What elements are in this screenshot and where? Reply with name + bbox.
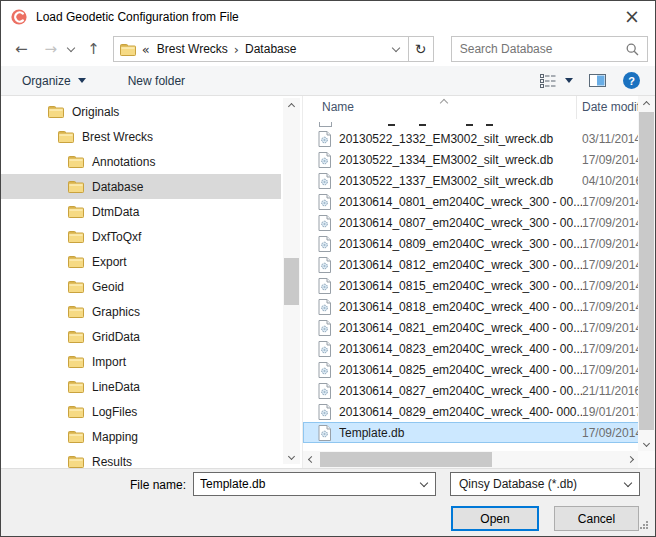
db-file-icon xyxy=(318,383,331,399)
tree-scroll-up-icon[interactable] xyxy=(283,98,300,114)
breadcrumb-overflow-icon[interactable]: « xyxy=(142,42,150,57)
folder-icon xyxy=(68,430,84,443)
tree-item-label: DtmData xyxy=(92,205,139,219)
open-button[interactable]: Open xyxy=(451,506,539,531)
tree-scrollbar[interactable] xyxy=(283,98,300,464)
tree-item-label: Mapping xyxy=(92,430,138,444)
file-name: 20130614_0815_em2040C_wreck_300 - 00... xyxy=(339,279,582,293)
file-row[interactable]: 20130614_0825_em2040C_wreck_400 - 00...1… xyxy=(303,359,655,380)
file-row[interactable]: 20130614_0829_em2040C_wreck_400- 000...1… xyxy=(303,401,655,422)
file-row[interactable]: 20130614_0818_em2040C_wreck_400 - 00...1… xyxy=(303,296,655,317)
close-icon[interactable]: × xyxy=(615,1,649,31)
address-dropdown-chevron-icon[interactable] xyxy=(391,44,399,52)
file-row[interactable]: 20130614_0827_em2040C_wreck_400 - 00...2… xyxy=(303,380,655,401)
column-header-name[interactable]: Name xyxy=(322,100,354,114)
organize-label: Organize xyxy=(22,74,71,88)
folder-icon xyxy=(120,43,136,56)
file-name: 20130522_1337_EM3002_silt_wreck.db xyxy=(339,174,582,188)
tree-item-graphics[interactable]: Graphics xyxy=(1,299,281,324)
refresh-button[interactable]: ↻ xyxy=(409,36,434,62)
tree-item-dtmdata[interactable]: DtmData xyxy=(1,199,281,224)
breadcrumb-item-brest-wrecks[interactable]: Brest Wrecks xyxy=(157,42,228,56)
tree-scroll-down-icon[interactable] xyxy=(283,448,300,464)
change-view-button[interactable] xyxy=(540,74,573,88)
list-scroll-up-icon[interactable] xyxy=(638,96,655,112)
list-scroll-thumb[interactable] xyxy=(639,112,654,430)
tree-item-geoid[interactable]: Geoid xyxy=(1,274,281,299)
tree-item-linedata[interactable]: LineData xyxy=(1,374,281,399)
tree-item-label: Results xyxy=(92,455,132,469)
file-row[interactable]: 20130614_0809_em2040C_wreck_300 - 00...1… xyxy=(303,233,655,254)
new-folder-label: New folder xyxy=(128,74,185,88)
file-type-combobox[interactable]: Qinsy Database (*.db) xyxy=(450,472,640,496)
file-row[interactable]: 20130522_1337_EM3002_silt_wreck.db04/10/… xyxy=(303,170,655,191)
qinsy-app-icon xyxy=(11,9,27,25)
forward-icon[interactable]: → xyxy=(45,42,58,57)
tree-item-import[interactable]: Import xyxy=(1,349,281,374)
preview-pane-icon[interactable] xyxy=(589,74,606,87)
file-name: 20130614_0809_em2040C_wreck_300 - 00... xyxy=(339,237,582,251)
tree-item-annotations[interactable]: Annotations xyxy=(1,149,281,174)
file-date-modified: 17/09/2014 xyxy=(582,279,639,293)
folder-icon xyxy=(68,280,84,293)
db-file-icon xyxy=(318,278,331,294)
main-area: OriginalsBrest WrecksAnnotationsDatabase… xyxy=(1,96,655,468)
file-row[interactable]: 20130614_0812_em2040C_wreck_300 - 00...1… xyxy=(303,254,655,275)
file-row[interactable]: 20130522_1334_EM3002_silt_wreck.db17/09/… xyxy=(303,149,655,170)
file-type-dropdown-chevron-icon[interactable] xyxy=(624,478,632,486)
hscroll-right-icon[interactable] xyxy=(622,451,638,468)
folder-icon xyxy=(48,105,64,118)
file-row[interactable]: 20130614_0807_em2040C_wreck_300 - 00...1… xyxy=(303,212,655,233)
tree-item-originals[interactable]: Originals xyxy=(1,99,281,124)
tree-item-dxftoqxf[interactable]: DxfToQxf xyxy=(1,224,281,249)
file-row[interactable]: 20130614_0823_em2040C_wreck_400 - 00...1… xyxy=(303,338,655,359)
tree-item-export[interactable]: Export xyxy=(1,249,281,274)
file-row[interactable]: Template.db17/09/2014 xyxy=(303,422,655,443)
new-folder-button[interactable]: New folder xyxy=(128,74,185,88)
tree-scroll-thumb[interactable] xyxy=(284,258,299,305)
tree-item-database[interactable]: Database xyxy=(1,174,281,199)
search-input[interactable] xyxy=(452,42,626,56)
recent-locations-chevron-icon[interactable] xyxy=(67,43,75,51)
command-bar: Organize New folder xyxy=(1,66,655,96)
help-button[interactable]: ? xyxy=(623,72,640,89)
breadcrumb-item-database[interactable]: Database xyxy=(245,42,296,56)
db-file-icon xyxy=(318,341,331,357)
file-date-modified: 21/11/2016 xyxy=(582,384,639,398)
folder-icon xyxy=(68,205,84,218)
file-date-modified: 19/01/2017 xyxy=(582,405,639,419)
tree-item-results[interactable]: Results xyxy=(1,449,281,468)
file-row[interactable]: 20130522_1332_EM3002_silt_wreck.db03/11/… xyxy=(303,128,655,149)
list-vscrollbar[interactable] xyxy=(638,96,655,451)
file-name: 20130614_0827_em2040C_wreck_400 - 00... xyxy=(339,384,582,398)
clipped-row[interactable] xyxy=(303,119,655,128)
file-row[interactable]: 20130614_0821_em2040C_wreck_400 - 00...1… xyxy=(303,317,655,338)
tree-item-griddata[interactable]: GridData xyxy=(1,324,281,349)
file-name-input[interactable] xyxy=(194,476,421,492)
tree-item-mapping[interactable]: Mapping xyxy=(1,424,281,449)
file-name-combobox[interactable] xyxy=(193,472,436,496)
breadcrumb-separator-icon[interactable]: › xyxy=(234,42,239,57)
list-hscrollbar[interactable] xyxy=(303,451,638,468)
back-icon[interactable]: ← xyxy=(15,42,28,57)
column-divider[interactable] xyxy=(576,96,577,119)
hscroll-thumb[interactable] xyxy=(320,452,492,467)
tree-item-brest-wrecks[interactable]: Brest Wrecks xyxy=(1,124,281,149)
up-icon[interactable]: ↑ xyxy=(87,42,100,57)
resize-grip-icon[interactable] xyxy=(640,521,642,523)
hscroll-left-icon[interactable] xyxy=(303,451,319,468)
file-row[interactable]: 20130614_0801_em2040C_wreck_300 - 00...1… xyxy=(303,191,655,212)
list-scroll-down-icon[interactable] xyxy=(638,435,655,451)
address-bar[interactable]: « Brest Wrecks›Database xyxy=(113,36,409,62)
tree-item-logfiles[interactable]: LogFiles xyxy=(1,399,281,424)
file-name-dropdown-chevron-icon[interactable] xyxy=(420,478,428,486)
sort-ascending-icon xyxy=(440,99,448,107)
organize-button[interactable]: Organize xyxy=(22,74,86,88)
column-header-date-modified[interactable]: Date modif xyxy=(582,100,639,114)
file-row[interactable]: 20130614_0815_em2040C_wreck_300 - 00...1… xyxy=(303,275,655,296)
cancel-button[interactable]: Cancel xyxy=(554,506,639,531)
file-name: 20130614_0821_em2040C_wreck_400 - 00... xyxy=(339,321,582,335)
file-list: 20130522_1332_EM3002_silt_wreck.db03/11/… xyxy=(303,128,655,443)
file-name: 20130614_0829_em2040C_wreck_400- 000... xyxy=(339,405,582,419)
dialog-title: Load Geodetic Configuration from File xyxy=(36,10,645,24)
